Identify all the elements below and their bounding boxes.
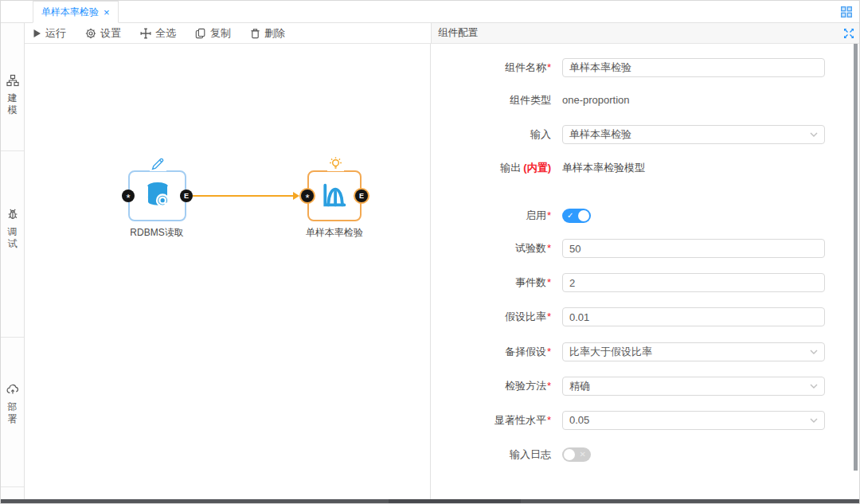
hypothesized-ratio-input[interactable] [562,307,825,326]
events-input[interactable] [562,273,825,292]
component-config-form: 组件名称* 组件类型 one-proportion 输入 单样本率检验 输出(内… [432,44,860,501]
select-all-button[interactable]: 全选 [140,26,176,41]
sidebar-label-deploy: 部署 [7,401,18,425]
port-output[interactable]: E [355,189,368,202]
form-row-input: 输入 单样本率检验 [432,125,860,144]
app-window: 单样本率检验 × 运行 设置 全选 复制 [0,0,860,504]
database-search-icon [143,180,173,210]
sidebar-divider [1,150,24,151]
copy-button[interactable]: 复制 [195,26,231,41]
alternative-hypothesis-select[interactable]: 比率大于假设比率 [562,342,825,361]
significance-level-select[interactable]: 0.05 [562,411,825,430]
toggle-knob [578,210,589,221]
node-label-rdbms: RDBMS读取 [101,226,213,240]
component-type-value: one-proportion [562,94,630,106]
form-row-output: 输出(内置) 单样本率检验模型 [432,158,860,178]
run-button[interactable]: 运行 [33,26,66,41]
check-icon: ✓ [567,209,573,223]
input-log-toggle[interactable]: ✕ [562,447,591,462]
trials-input[interactable] [562,239,825,258]
enable-toggle[interactable]: ✓ [562,209,591,223]
panel-header: 组件配置 [431,23,860,44]
canvas-toolbar: 运行 设置 全选 复制 删除 [25,23,431,44]
tab-close-icon[interactable]: × [104,7,110,18]
distribution-curve-icon [320,181,349,209]
form-row-hypothesized-ratio: 假设比率* [432,307,860,326]
cross-icon: ✕ [580,447,586,462]
bottom-bar [1,499,859,503]
copy-icon [195,28,206,39]
form-row-enable: 启用* ✓ [432,206,860,225]
port-input[interactable]: * [301,189,314,202]
lightbulb-icon [327,156,344,171]
sidebar-label-modeling: 建模 [7,92,18,116]
left-sidebar: 建模 调试 部署 [1,23,25,501]
form-row-events: 事件数* [432,273,860,292]
node-label-one-proportion: 单样本率检验 [279,226,390,240]
form-row-component-type: 组件类型 one-proportion [432,91,860,110]
delete-button[interactable]: 删除 [250,26,285,41]
cloud-upload-icon [6,385,19,398]
form-row-alternative-hypothesis: 备择假设* 比率大于假设比率 [432,342,860,361]
pencil-icon [150,156,166,171]
sidebar-item-deploy[interactable]: 部署 [1,383,24,425]
select-all-icon [140,28,151,39]
trash-icon [250,28,260,39]
sidebar-label-debug: 调试 [7,226,18,250]
port-input[interactable]: * [122,189,135,202]
expand-icon[interactable] [843,28,854,39]
form-row-test-method: 检验方法* 精确 [432,377,860,396]
sidebar-item-debug[interactable]: 调试 [1,208,24,250]
sidebar-divider [1,486,24,487]
form-row-trials: 试验数* [432,239,860,258]
hierarchy-icon [6,76,19,89]
play-icon [33,29,41,38]
form-row-significance-level: 显著性水平* 0.05 [432,411,860,430]
component-name-input[interactable] [562,58,825,77]
panel-title: 组件配置 [438,26,478,40]
sidebar-divider [1,337,24,338]
form-row-input-log: 输入日志 ✕ [432,445,860,464]
sidebar-item-modeling[interactable]: 建模 [1,74,24,116]
edge-connection[interactable] [193,195,294,197]
panel-scrollbar[interactable] [854,44,858,471]
bug-icon [6,209,19,223]
tab-bar: 单样本率检验 × [1,1,859,23]
output-value: 单样本率检验模型 [562,162,645,174]
input-select[interactable]: 单样本率检验 [562,125,825,144]
tab-one-proportion-test[interactable]: 单样本率检验 × [33,1,119,23]
edge-arrowhead-icon [293,192,299,200]
test-method-select[interactable]: 精确 [562,377,825,396]
form-row-component-name: 组件名称* [432,58,860,77]
port-output[interactable]: E [180,189,193,202]
workflow-canvas[interactable]: * E RDBMS读取 * E 单样本率检验 [25,44,431,501]
gear-icon [85,28,96,39]
toggle-knob [564,449,575,460]
settings-button[interactable]: 设置 [85,26,121,41]
tab-label: 单样本率检验 [41,6,99,19]
layout-grid-icon[interactable] [840,6,853,18]
